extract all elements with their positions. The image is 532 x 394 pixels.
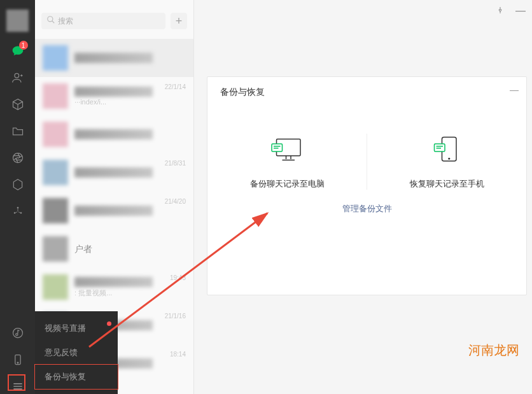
add-button[interactable]: +: [171, 13, 187, 29]
folder-icon[interactable]: [10, 123, 25, 139]
main-area: — 备份与恢复 — 备份聊天记录至电脑: [194, 0, 532, 394]
submenu-live[interactable]: 视频号直播: [35, 316, 118, 341]
search-input[interactable]: [41, 13, 165, 29]
submenu-backup-restore[interactable]: 备份与恢复: [35, 365, 118, 389]
chat-item[interactable]: 21/8/31: [35, 153, 193, 192]
hexagon-icon[interactable]: [10, 177, 25, 192]
user-avatar[interactable]: [6, 10, 29, 32]
chat-item[interactable]: : 批量视频...19:43: [35, 268, 193, 306]
chat-item[interactable]: [35, 115, 193, 153]
backup-to-pc-button[interactable]: 备份聊天记录至电脑: [207, 134, 367, 190]
restore-label: 恢复聊天记录至手机: [410, 178, 484, 190]
close-icon[interactable]: —: [510, 85, 519, 95]
restore-to-phone-button[interactable]: 恢复聊天记录至手机: [367, 134, 526, 190]
svg-point-8: [17, 362, 18, 363]
pin-icon[interactable]: [496, 5, 504, 17]
svg-point-1: [13, 153, 22, 163]
watermark: 河南龙网: [468, 342, 519, 359]
manage-backup-link[interactable]: 管理备份文件: [342, 204, 392, 213]
svg-point-0: [15, 73, 19, 78]
panel-title: 备份与恢复: [220, 87, 265, 97]
svg-point-6: [15, 334, 17, 335]
backup-restore-panel: 备份与恢复 — 备份聊天记录至电脑: [207, 76, 527, 295]
annotation-highlight: [8, 374, 25, 391]
minimize-icon[interactable]: —: [515, 5, 526, 17]
cube-icon[interactable]: [10, 97, 25, 112]
search-icon: [46, 15, 55, 27]
sparkle-icon[interactable]: [10, 204, 25, 219]
backup-label: 备份聊天记录至电脑: [250, 178, 325, 190]
aperture-icon[interactable]: [10, 150, 25, 165]
unread-badge: 1: [19, 41, 28, 50]
chat-item[interactable]: 户者: [35, 230, 193, 268]
contacts-icon[interactable]: [10, 70, 25, 85]
chat-item[interactable]: ···index/i...22/1/14: [35, 77, 193, 115]
chat-icon[interactable]: 1: [10, 43, 25, 59]
chat-item[interactable]: [35, 39, 193, 77]
phone-icon: [428, 134, 466, 165]
svg-point-13: [448, 158, 450, 160]
settings-submenu: 视频号直播 意见反馈 备份与恢复: [35, 311, 118, 394]
music-icon[interactable]: [10, 325, 25, 341]
computer-icon: [268, 134, 306, 165]
mobile-icon[interactable]: [10, 352, 25, 367]
left-rail: 1: [0, 0, 35, 394]
submenu-feedback[interactable]: 意见反馈: [35, 341, 118, 365]
chat-item[interactable]: 21/4/20: [35, 192, 193, 230]
svg-point-9: [48, 17, 53, 22]
